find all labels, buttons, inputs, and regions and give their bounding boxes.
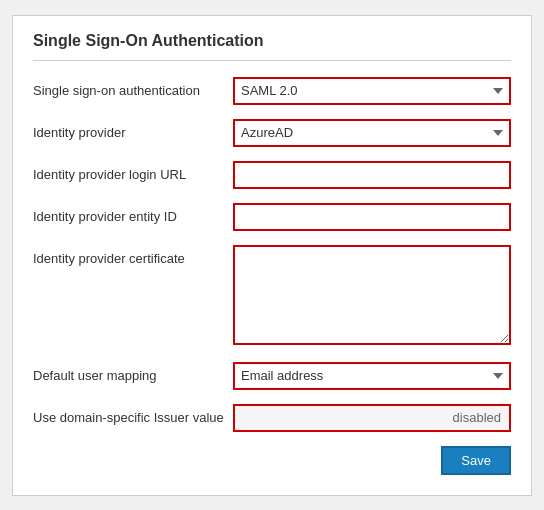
identity-provider-select[interactable]: AzureAD Other: [233, 119, 511, 147]
identity-provider-label: Identity provider: [33, 119, 233, 142]
identity-provider-control: AzureAD Other: [233, 119, 511, 147]
certificate-textarea[interactable]: [233, 245, 511, 345]
user-mapping-row: Default user mapping Email address Usern…: [33, 362, 511, 390]
certificate-row: Identity provider certificate: [33, 245, 511, 348]
entity-id-control: [233, 203, 511, 231]
button-row: Save: [33, 446, 511, 475]
user-mapping-select[interactable]: Email address Username: [233, 362, 511, 390]
login-url-input[interactable]: [233, 161, 511, 189]
sso-panel: Single Sign-On Authentication Single sig…: [12, 15, 532, 496]
certificate-control: [233, 245, 511, 348]
save-button[interactable]: Save: [441, 446, 511, 475]
domain-issuer-label: Use domain-specific Issuer value: [33, 404, 233, 427]
identity-provider-row: Identity provider AzureAD Other: [33, 119, 511, 147]
sso-auth-select[interactable]: SAML 2.0 None: [233, 77, 511, 105]
entity-id-input[interactable]: [233, 203, 511, 231]
user-mapping-control: Email address Username: [233, 362, 511, 390]
domain-issuer-value: disabled: [233, 404, 511, 432]
user-mapping-label: Default user mapping: [33, 362, 233, 385]
certificate-label: Identity provider certificate: [33, 245, 233, 268]
entity-id-row: Identity provider entity ID: [33, 203, 511, 231]
login-url-row: Identity provider login URL: [33, 161, 511, 189]
sso-auth-control: SAML 2.0 None: [233, 77, 511, 105]
entity-id-label: Identity provider entity ID: [33, 203, 233, 226]
panel-title: Single Sign-On Authentication: [33, 32, 511, 61]
domain-issuer-row: Use domain-specific Issuer value disable…: [33, 404, 511, 432]
login-url-label: Identity provider login URL: [33, 161, 233, 184]
sso-auth-label: Single sign-on authentication: [33, 77, 233, 100]
sso-auth-row: Single sign-on authentication SAML 2.0 N…: [33, 77, 511, 105]
domain-issuer-control: disabled: [233, 404, 511, 432]
login-url-control: [233, 161, 511, 189]
